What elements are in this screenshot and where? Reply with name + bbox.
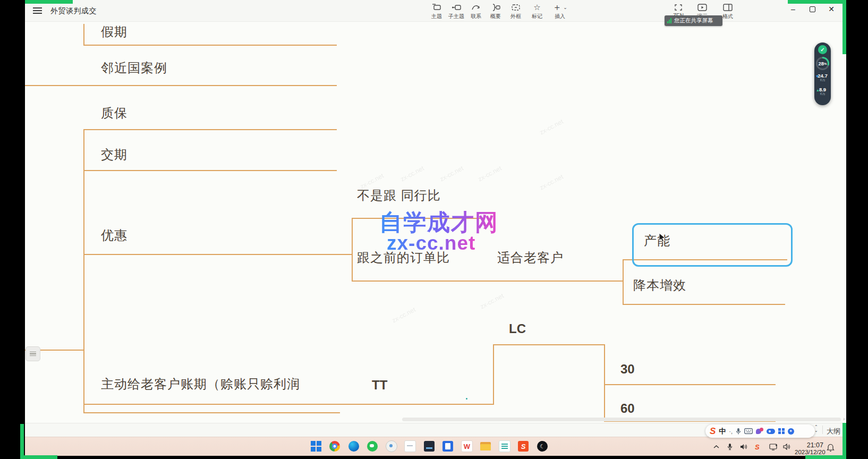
taskbar-app-white-icon[interactable] <box>404 440 416 453</box>
performance-widget[interactable]: ✓ 28% ▼ 24.7 K/s ▲ 8.9 K/s <box>814 42 831 105</box>
branch-line <box>604 344 605 422</box>
plus-icon: ＋⌄ <box>548 2 572 12</box>
tray-microphone-icon[interactable] <box>727 442 733 452</box>
branch-line <box>83 254 353 255</box>
ime-toolbar[interactable]: S 中 ·, ✦ <box>705 424 815 438</box>
node-warranty[interactable]: 质保 <box>101 105 127 122</box>
window-minimize-button[interactable]: – <box>786 3 800 15</box>
taskbar-wps-icon[interactable]: W <box>461 440 473 453</box>
window-maximize-button[interactable] <box>805 3 819 15</box>
shield-check-icon: ✓ <box>818 45 827 54</box>
divider <box>822 426 823 434</box>
subtopic-icon <box>446 2 467 12</box>
percent-value: 28 <box>819 61 824 66</box>
menu-hamburger-icon[interactable] <box>33 7 42 14</box>
node-credit-terms[interactable]: 主动给老客户账期（赊账只赊利润 <box>101 376 300 393</box>
branch-line <box>83 45 337 46</box>
toolbar-marker-button[interactable]: ☆ 标记 <box>526 2 548 20</box>
tray-sogou-icon[interactable]: S <box>755 442 760 452</box>
tray-audio-device-icon[interactable] <box>740 442 747 452</box>
letterbox-left <box>0 0 25 459</box>
toolbar-topic-button[interactable]: 主题 <box>426 2 447 20</box>
tray-hidden-icons-chevron[interactable] <box>713 442 719 452</box>
node-neighbor-case[interactable]: 邻近国案例 <box>101 60 167 76</box>
taskbar-edge-icon[interactable] <box>347 440 360 453</box>
watermark-site-url: zx-cc.net <box>387 232 475 254</box>
branch-line <box>352 280 624 282</box>
node-capacity[interactable]: 产能 <box>644 232 670 249</box>
tray-notification-bell-icon[interactable] <box>827 443 835 453</box>
upload-unit: K/s <box>814 92 831 96</box>
outline-float-button[interactable] <box>25 346 40 361</box>
ime-toolbox-icon[interactable]: ✦ <box>788 428 794 435</box>
ime-grid-icon[interactable] <box>778 428 785 435</box>
signal-bars-icon <box>667 18 672 23</box>
zoom-stepper-icon[interactable]: ⌃⌄ <box>814 425 818 432</box>
tray-display-project-icon[interactable] <box>769 442 778 452</box>
taskbar-chrome-icon[interactable] <box>328 440 341 453</box>
ime-smart-icon[interactable] <box>767 429 775 434</box>
percent-sign: % <box>824 62 827 65</box>
branch-line <box>83 129 337 130</box>
taskbar-wechat-icon[interactable] <box>366 440 379 453</box>
microphone-icon[interactable] <box>736 428 741 435</box>
toolbar-subtopic-button[interactable]: 子主题 <box>446 2 467 20</box>
ime-language-mode[interactable]: 中 <box>719 427 726 436</box>
share-frame-top-right-h <box>788 0 846 4</box>
taskbar-app-teal-icon[interactable] <box>498 440 511 453</box>
boundary-icon <box>505 2 526 12</box>
letterbox-right <box>846 0 868 459</box>
topic-icon <box>426 2 447 12</box>
taskbar-app-dark-icon[interactable] <box>423 440 436 453</box>
document-title: 外贸谈判成交 <box>50 6 97 16</box>
tray-clock[interactable]: 21:07 2023/12/20 <box>795 441 823 456</box>
ime-punctuation-icon[interactable]: ·, <box>729 428 733 435</box>
share-frame-bottom-left-v <box>20 424 24 459</box>
branch-line <box>83 170 337 171</box>
tray-volume-icon[interactable] <box>783 442 790 452</box>
zen-brackets-icon <box>668 2 689 12</box>
stray-dot <box>466 398 467 400</box>
outline-view-button[interactable]: 大纲 <box>827 427 840 436</box>
branch-line <box>604 384 776 385</box>
taskbar-app-blue-icon[interactable] <box>441 440 454 453</box>
taskbar-sogou-icon[interactable]: S <box>517 440 530 453</box>
summary-icon <box>485 2 506 12</box>
scroll-right-arrow-icon[interactable]: › <box>843 416 845 422</box>
taskbar-darkmode-moon-icon[interactable]: ☾ <box>536 440 549 453</box>
share-frame-bottom-right-v <box>843 423 846 459</box>
node-discount[interactable]: 优惠 <box>101 227 127 244</box>
horizontal-scrollbar[interactable] <box>402 418 841 421</box>
share-frame-top-right-v <box>843 0 846 54</box>
ime-skin-icon[interactable] <box>756 428 763 435</box>
toolbar-summary-button[interactable]: 概要 <box>485 2 506 20</box>
taskbar-app-light-icon[interactable] <box>385 440 398 453</box>
taskbar-file-explorer-icon[interactable] <box>479 440 492 453</box>
battery-percent-ring: 28% <box>816 57 829 70</box>
share-frame-bottom-right-h <box>805 455 846 459</box>
keyboard-icon[interactable] <box>744 428 753 434</box>
toolbar-relationship-button[interactable]: 联系 <box>465 2 487 20</box>
window-close-button[interactable]: ✕ <box>824 3 838 15</box>
node-delivery[interactable]: 交期 <box>101 146 127 163</box>
node-fit-old-customers[interactable]: 适合老客户 <box>497 249 564 266</box>
screen: 外贸谈判成交 主题 子主题 联系 概要 外框 ☆ 标记 ＋⌄ 插入 <box>0 0 868 459</box>
node-lc[interactable]: LC <box>509 321 526 336</box>
node-holiday[interactable]: 假期 <box>101 23 127 40</box>
branch-line <box>83 412 340 413</box>
node-cost-reduction[interactable]: 降本增效 <box>633 277 686 294</box>
taskbar-windows-start-button[interactable] <box>310 440 322 453</box>
star-marker-icon: ☆ <box>526 2 548 12</box>
branch-line <box>493 344 494 404</box>
sogou-logo-icon[interactable]: S <box>710 426 716 437</box>
node-60[interactable]: 60 <box>620 401 635 416</box>
node-not-compare-peers[interactable]: 不是跟 同行比 <box>357 187 441 204</box>
branch-line <box>623 259 624 305</box>
node-tt[interactable]: TT <box>372 378 387 393</box>
toolbar-insert-button[interactable]: ＋⌄ 插入 <box>548 2 572 20</box>
toolbar-boundary-button[interactable]: 外框 <box>505 2 526 20</box>
taskbar <box>25 437 846 456</box>
node-30[interactable]: 30 <box>620 362 635 377</box>
branch-line <box>83 24 84 45</box>
download-unit: K/s <box>814 79 831 82</box>
